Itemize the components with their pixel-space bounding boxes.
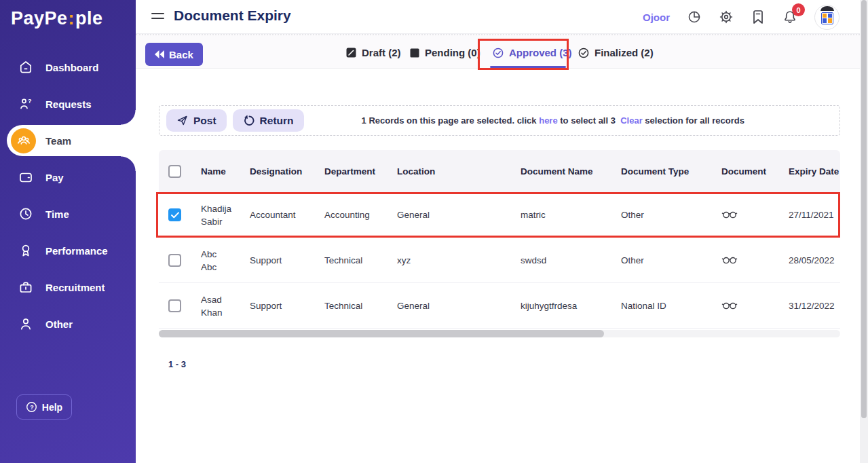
cell-location: General [397, 192, 430, 238]
cell-department: Technical [324, 283, 362, 329]
tab-label: Draft (2) [362, 47, 401, 58]
column-header-designation: Designation [250, 150, 302, 192]
cell-document-name: matric [521, 192, 546, 238]
sidebar-item-dashboard[interactable]: Dashboard [0, 49, 136, 86]
return-button[interactable]: Return [233, 109, 304, 132]
sidebar-item-time[interactable]: Time [0, 196, 136, 232]
sidebar-item-performance[interactable]: Performance [0, 232, 136, 269]
view-document-icon[interactable] [721, 192, 738, 238]
vertical-scrollbar-thumb[interactable] [861, 0, 867, 418]
active-tab-underline [490, 66, 566, 68]
gear-icon[interactable] [719, 10, 734, 24]
sidebar-item-label: Team [45, 135, 71, 147]
bookmark-icon[interactable] [751, 10, 766, 24]
sidebar-item-label: Other [45, 318, 73, 330]
person-icon [18, 316, 34, 332]
column-header-location: Location [397, 150, 435, 192]
column-header-document: Document [721, 150, 766, 192]
sidebar-item-label: Recruitment [45, 282, 105, 293]
post-button[interactable]: Post [166, 109, 227, 132]
table-row[interactable]: AsadKhan Support Technical General kijuh… [159, 283, 840, 329]
pie-chart-icon[interactable] [687, 10, 702, 24]
tab-approved[interactable]: Approved (3) [493, 35, 572, 70]
cell-document-name: kijuhygtfrdesa [521, 283, 577, 329]
help-button[interactable]: ? Help [16, 394, 72, 420]
briefcase-icon [18, 279, 34, 295]
tab-draft[interactable]: Draft (2) [346, 35, 401, 70]
back-label: Back [169, 49, 193, 60]
cell-location: General [397, 283, 430, 329]
selection-summary: 1 Records on this page are selected. cli… [362, 115, 744, 126]
sidebar-item-pay[interactable]: Pay [0, 159, 136, 196]
tab-finalized[interactable]: Finalized (2) [578, 35, 654, 70]
sidebar-nav: Dashboard ? Requests Team Pay [0, 49, 136, 342]
company-link[interactable]: Ojoor [643, 12, 670, 23]
cell-document-type: Other [621, 192, 644, 238]
home-icon [18, 59, 34, 75]
sidebar-item-recruitment[interactable]: Recruitment [0, 269, 136, 305]
sidebar-item-label: Requests [45, 98, 92, 110]
tab-label: Approved (3) [509, 47, 572, 58]
paper-plane-icon [176, 115, 188, 126]
cell-document-name: swdsd [521, 238, 546, 283]
cell-designation: Support [250, 283, 282, 329]
column-header-name: Name [201, 150, 226, 192]
view-document-icon[interactable] [721, 238, 738, 283]
cell-document-type: Other [621, 238, 644, 283]
page-title: Document Expiry [174, 7, 291, 24]
select-all-checkbox[interactable] [168, 165, 181, 178]
cell-expiry-date: 28/05/2022 [789, 238, 835, 283]
help-label: Help [42, 402, 62, 413]
sidebar-item-label: Dashboard [45, 62, 98, 73]
award-icon [18, 242, 34, 259]
row-checkbox[interactable] [168, 208, 181, 221]
main-area: Document Expiry Ojoor 0 [136, 0, 868, 463]
tab-label: Finalized (2) [595, 47, 654, 58]
user-avatar[interactable] [814, 5, 839, 30]
tab-pending[interactable]: Pending (0) [410, 35, 480, 70]
table-row[interactable]: KhadijaSabir Accountant Accounting Gener… [159, 192, 840, 238]
svg-text:?: ? [30, 404, 34, 411]
wallet-icon [18, 169, 34, 185]
row-checkbox[interactable] [168, 299, 181, 312]
cell-location: xyz [397, 238, 411, 283]
sidebar-item-label: Time [45, 208, 69, 220]
back-button[interactable]: Back [145, 43, 203, 66]
sidebar-item-other[interactable]: Other [0, 305, 136, 342]
cell-expiry-date: 31/12/2022 [789, 283, 835, 329]
sidebar-item-label: Performance [45, 245, 108, 257]
team-icon [11, 128, 36, 153]
column-header-document-type: Document Type [621, 150, 689, 192]
return-label: Return [260, 115, 294, 127]
sidebar-item-label: Pay [45, 172, 64, 183]
cell-department: Accounting [324, 192, 370, 238]
paypeople-logo: PayPe:ple [11, 8, 103, 29]
select-all-link[interactable]: here [539, 115, 557, 126]
cell-name: KhadijaSabir [201, 192, 231, 238]
cell-name: AbcAbc [201, 238, 216, 283]
column-header-document-name: Document Name [521, 150, 593, 192]
horizontal-scrollbar-thumb[interactable] [159, 330, 604, 337]
tab-bar: Back Draft (2) Pending (0) Approved (3) [136, 34, 868, 69]
menu-toggle-icon[interactable] [151, 13, 164, 22]
person-question-icon: ? [18, 96, 34, 112]
sidebar: PayPe:ple Dashboard ? Requests Team [0, 0, 136, 463]
undo-arrow-icon [243, 115, 254, 126]
table-row[interactable]: AbcAbc Support Technical xyz swdsd Other… [159, 238, 840, 283]
notifications-bell-icon[interactable]: 0 [782, 10, 797, 24]
cell-department: Technical [324, 238, 362, 283]
page-vertical-scrollbar [860, 0, 868, 463]
post-label: Post [193, 115, 216, 127]
bulk-action-bar: Post Return 1 Records on this page are s… [159, 105, 840, 136]
check-circle-icon [578, 48, 589, 58]
documents-table: Name Designation Department Location Doc… [159, 150, 840, 329]
clear-selection-link[interactable]: Clear [620, 115, 643, 126]
sidebar-item-team[interactable]: Team [7, 125, 136, 156]
view-document-icon[interactable] [721, 283, 738, 329]
clock-icon [18, 206, 34, 222]
double-left-arrow-icon [155, 50, 164, 58]
row-checkbox[interactable] [168, 254, 181, 267]
column-header-department: Department [324, 150, 375, 192]
table-horizontal-scrollbar [159, 330, 840, 337]
sidebar-item-requests[interactable]: ? Requests [0, 86, 136, 122]
